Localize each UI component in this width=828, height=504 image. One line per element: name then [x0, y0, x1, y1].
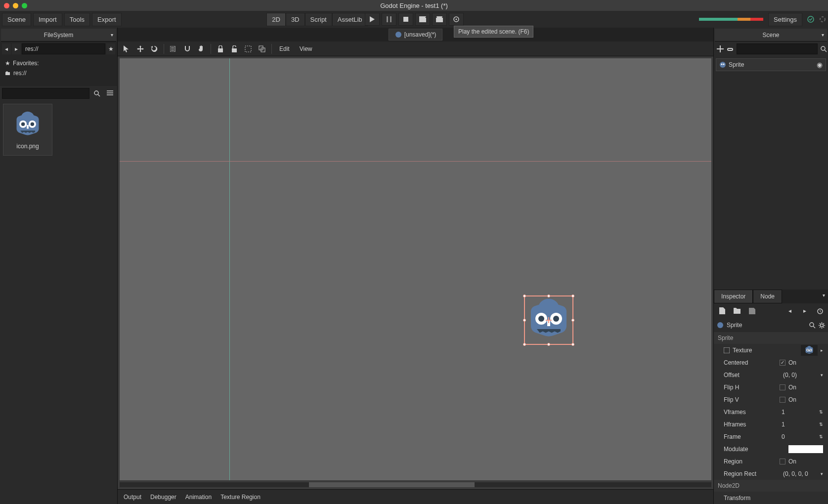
scene-tree-root-node[interactable]: Sprite ◉ — [716, 58, 826, 71]
bottom-tab-output[interactable]: Output — [124, 494, 141, 501]
resize-handle[interactable] — [523, 343, 526, 346]
insp-history-fwd[interactable]: ▸ — [799, 305, 810, 316]
menu-settings[interactable]: Settings — [768, 13, 802, 26]
play-button[interactable] — [365, 13, 380, 26]
fs-res-item[interactable]: 🖿res:// — [2, 68, 115, 78]
bottom-tab-debugger[interactable]: Debugger — [150, 494, 176, 501]
resize-handle[interactable] — [523, 319, 526, 322]
add-node-button[interactable] — [717, 43, 724, 55]
play-scene-button[interactable] — [415, 13, 430, 26]
insp-save-button[interactable] — [746, 305, 757, 316]
workspace-3d[interactable]: 3D — [286, 13, 305, 26]
resize-handle[interactable] — [547, 343, 550, 346]
play-custom-scene-button[interactable] — [432, 13, 447, 26]
prop-region-rect[interactable]: Region Rect(0, 0, 0, 0▾ — [714, 467, 828, 480]
bottom-tab-animation[interactable]: Animation — [185, 494, 212, 501]
prop-texture[interactable]: Texture ▸ — [714, 344, 828, 356]
fs-favorite-button[interactable]: ★ — [106, 43, 115, 54]
insp-options-button[interactable] — [819, 322, 825, 329]
chevron-down-icon[interactable]: ▾ — [821, 471, 823, 476]
snap-tool[interactable] — [181, 43, 193, 55]
resize-handle[interactable] — [523, 294, 526, 297]
texture-preview-icon[interactable] — [801, 345, 818, 356]
scene-tree-filter[interactable] — [737, 43, 818, 54]
workspace-2d[interactable]: 2D — [266, 13, 286, 26]
fs-path-field[interactable]: res:// — [22, 43, 105, 54]
chevron-down-icon[interactable]: ▾ — [820, 290, 828, 303]
filesystem-tab[interactable]: FileSystem ▾ — [1, 29, 116, 42]
checkbox[interactable] — [780, 360, 785, 366]
group-tool[interactable] — [242, 43, 254, 55]
window-minimize-button[interactable] — [13, 3, 18, 8]
insp-open-button[interactable] — [732, 305, 742, 316]
checkbox[interactable] — [780, 384, 785, 390]
menu-scene[interactable]: Scene — [2, 13, 31, 26]
list-select-tool[interactable] — [168, 43, 179, 55]
scene-tree-search-button[interactable] — [821, 43, 827, 55]
viewport-h-scrollbar[interactable] — [120, 482, 711, 487]
fs-back-button[interactable]: ◂ — [2, 43, 11, 54]
tab-inspector[interactable]: Inspector — [714, 290, 753, 303]
insp-history-back[interactable]: ◂ — [784, 305, 795, 316]
lock-tool[interactable] — [215, 43, 226, 55]
select-tool[interactable] — [121, 43, 132, 55]
ungroup-tool[interactable] — [256, 43, 268, 55]
fs-search-button[interactable] — [91, 88, 102, 99]
scene-tab-unsaved[interactable]: [unsaved](*) — [389, 29, 443, 41]
workspace-script[interactable]: Script — [305, 13, 332, 26]
window-maximize-button[interactable] — [22, 3, 27, 8]
resize-handle[interactable] — [571, 319, 574, 322]
spinner-icon[interactable]: ⇅ — [819, 422, 823, 427]
viewport-edit-menu[interactable]: Edit — [275, 45, 294, 52]
menu-export[interactable]: Export — [92, 13, 122, 26]
spinner-icon[interactable]: ⇅ — [819, 434, 823, 439]
spinner-icon[interactable] — [819, 16, 826, 23]
stop-button[interactable] — [398, 13, 413, 26]
menu-import[interactable]: Import — [33, 13, 62, 26]
pan-tool[interactable] — [195, 43, 207, 55]
bottom-tab-texture-region[interactable]: Texture Region — [220, 494, 261, 501]
resize-handle[interactable] — [547, 294, 550, 297]
checkbox[interactable] — [780, 459, 785, 464]
visibility-toggle[interactable]: ◉ — [817, 61, 823, 69]
window-close-button[interactable] — [4, 3, 9, 8]
insp-new-button[interactable] — [717, 305, 728, 316]
resize-handle[interactable] — [571, 343, 574, 346]
spinner-icon[interactable]: ⇅ — [819, 410, 823, 415]
chevron-right-icon[interactable]: ▸ — [821, 348, 823, 353]
move-tool[interactable] — [134, 43, 146, 55]
prop-fliph[interactable]: Flip HOn — [714, 381, 828, 393]
prop-flipv[interactable]: Flip VOn — [714, 393, 828, 406]
resize-handle[interactable] — [571, 294, 574, 297]
unlock-tool[interactable] — [228, 43, 240, 55]
menu-tools[interactable]: Tools — [64, 13, 90, 26]
debug-options-button[interactable] — [449, 13, 464, 26]
checkbox[interactable] — [780, 397, 785, 403]
fs-forward-button[interactable]: ▸ — [12, 43, 21, 54]
chevron-down-icon[interactable]: ▾ — [821, 373, 823, 378]
pause-button[interactable] — [382, 13, 396, 26]
prop-transform[interactable]: Transform — [714, 492, 828, 504]
prop-region[interactable]: RegionOn — [714, 455, 828, 467]
color-swatch[interactable] — [788, 445, 823, 453]
prop-frame[interactable]: Frame0⇅ — [714, 430, 828, 443]
prop-modulate[interactable]: Modulate — [714, 443, 828, 455]
rotate-tool[interactable] — [148, 43, 160, 55]
workspace-assetlib[interactable]: AssetLib — [332, 13, 368, 26]
prop-offset[interactable]: Offset(0, 0)▾ — [714, 369, 828, 381]
scene-panel-tab[interactable]: Scene ▾ — [715, 29, 827, 42]
prop-hframes[interactable]: Hframes1⇅ — [714, 418, 828, 430]
instance-scene-button[interactable] — [727, 43, 734, 55]
prop-centered[interactable]: CenteredOn — [714, 356, 828, 369]
insp-history-button[interactable] — [814, 305, 825, 316]
selected-sprite[interactable] — [524, 295, 573, 345]
fs-view-mode-button[interactable] — [104, 88, 115, 99]
viewport-2d[interactable] — [120, 58, 711, 480]
tab-node[interactable]: Node — [753, 290, 782, 303]
file-item-icon-png[interactable]: icon.png — [3, 104, 52, 156]
fs-favorites-item[interactable]: ★Favorites: — [2, 58, 115, 68]
insp-help-button[interactable] — [809, 322, 816, 329]
viewport-view-menu[interactable]: View — [296, 45, 316, 52]
scrollbar-thumb[interactable] — [309, 482, 475, 487]
prop-vframes[interactable]: Vframes1⇅ — [714, 406, 828, 418]
